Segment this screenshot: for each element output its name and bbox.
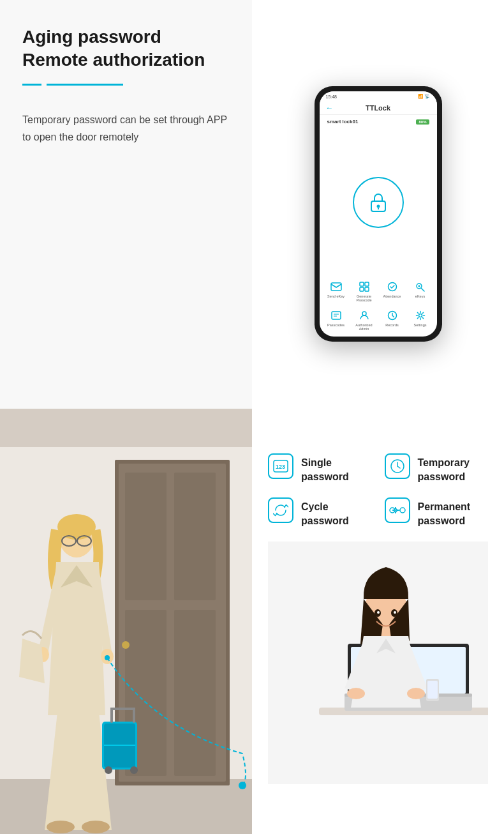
svg-rect-23: [125, 473, 167, 600]
svg-rect-19: [0, 779, 252, 834]
person-scene-svg: [0, 409, 252, 834]
password-type-permanent: Permanent password: [385, 497, 489, 529]
divider-short: [22, 84, 41, 86]
svg-point-1: [376, 204, 380, 208]
icon-authorized-admin[interactable]: Authorized Admin: [352, 309, 377, 331]
svg-rect-57: [427, 681, 438, 699]
temporary-password-icon: [385, 453, 410, 479]
generate-passcode-icon: [358, 280, 371, 293]
icon-ekeys[interactable]: eKeys: [408, 280, 433, 303]
icon-generate-passcode[interactable]: Generate Passcode: [352, 280, 377, 303]
phone-screen: 15:48 📶 📡 ← TTLock smart lock01 80%: [320, 91, 437, 337]
svg-rect-5: [365, 282, 369, 286]
cycle-password-icon: [268, 497, 293, 523]
send-ekey-icon: [330, 280, 343, 293]
svg-point-33: [82, 821, 110, 833]
svg-rect-11: [332, 312, 341, 319]
woman-laptop-svg: [268, 542, 488, 784]
svg-rect-6: [360, 287, 364, 291]
lock-svg: [367, 191, 390, 214]
page-title: Aging password Remote authorization: [22, 26, 230, 72]
icon-passcodes[interactable]: Passcodes: [323, 309, 349, 331]
settings-label: Settings: [414, 323, 427, 328]
password-type-cycle: Cycle password: [268, 497, 372, 529]
records-icon: [386, 309, 399, 322]
svg-rect-24: [174, 473, 216, 600]
phone-mockup: 15:48 📶 📡 ← TTLock smart lock01 80%: [315, 86, 442, 342]
svg-point-36: [105, 766, 112, 774]
password-type-single: 123 Single password: [268, 453, 372, 485]
svg-point-43: [239, 782, 246, 789]
password-type-temporary: Temporary password: [385, 453, 489, 485]
title-divider: [22, 84, 230, 86]
single-password-label: Single password: [301, 453, 372, 485]
icon-attendance[interactable]: Attendance: [380, 280, 405, 303]
svg-point-55: [407, 688, 425, 699]
svg-point-54: [347, 688, 365, 699]
device-name-label: smart lock01: [327, 119, 359, 125]
back-arrow[interactable]: ←: [326, 103, 334, 112]
woman-laptop-area: [268, 542, 488, 815]
right-features-area: 123 Single password Temporary password: [252, 409, 504, 834]
svg-rect-7: [365, 287, 369, 291]
cycle-password-label: Cycle password: [301, 497, 372, 529]
passcodes-label: Passcodes: [327, 323, 345, 328]
svg-point-16: [419, 314, 422, 317]
lock-circle-icon: [353, 177, 404, 228]
settings-icon: [414, 309, 427, 322]
svg-point-37: [130, 766, 138, 774]
status-icons: 📶 📡: [418, 94, 431, 99]
passcodes-icon: [330, 309, 343, 322]
phone-status-bar: 15:48 📶 📡: [320, 91, 437, 102]
device-name-bar: smart lock01 80%: [320, 115, 437, 128]
description-text: Temporary password can be set through AP…: [22, 111, 230, 146]
svg-point-32: [47, 821, 75, 833]
permanent-password-icon: [385, 497, 410, 523]
left-panel: Aging password Remote authorization Temp…: [0, 0, 252, 409]
attendance-icon: [386, 280, 399, 293]
generate-passcode-label: Generate Passcode: [352, 294, 377, 303]
phone-header: ← TTLock: [320, 102, 437, 115]
page-wrapper: Aging password Remote authorization Temp…: [0, 0, 504, 834]
right-panel: 15:48 📶 📡 ← TTLock smart lock01 80%: [252, 0, 504, 409]
ekeys-label: eKeys: [415, 294, 425, 299]
temporary-password-label: Temporary password: [418, 453, 489, 485]
top-section: Aging password Remote authorization Temp…: [0, 0, 504, 409]
password-types-grid: 123 Single password Temporary password: [268, 453, 488, 529]
svg-rect-3: [331, 283, 341, 291]
authorized-admin-icon: [358, 309, 371, 322]
icon-settings[interactable]: Settings: [408, 309, 433, 331]
records-label: Records: [385, 323, 398, 328]
svg-rect-4: [360, 282, 364, 286]
svg-text:123: 123: [276, 464, 285, 470]
svg-point-27: [122, 641, 130, 649]
svg-point-10: [418, 285, 420, 287]
ekeys-icon: [414, 280, 427, 293]
svg-point-60: [377, 611, 380, 614]
app-icons-row1: Send eKey Generate Passcode: [320, 277, 437, 307]
attendance-label: Attendance: [383, 294, 401, 299]
svg-point-29: [57, 514, 96, 540]
svg-rect-18: [0, 409, 252, 447]
app-icons-row2: Passcodes Authorized Admin: [320, 307, 437, 337]
svg-point-14: [362, 312, 366, 315]
icon-records[interactable]: Records: [380, 309, 405, 331]
send-ekey-label: Send eKey: [327, 294, 345, 299]
status-time: 15:48: [326, 95, 337, 99]
permanent-password-label: Permanent password: [418, 497, 489, 529]
single-password-icon: 123: [268, 453, 293, 479]
battery-label: 80%: [416, 119, 429, 125]
authorized-admin-label: Authorized Admin: [352, 323, 377, 331]
svg-rect-26: [174, 610, 216, 776]
person-image-area: [0, 409, 252, 834]
app-title: TTLock: [366, 104, 390, 112]
svg-point-61: [394, 611, 396, 614]
lock-display-area: [320, 128, 437, 277]
divider-long: [47, 84, 123, 86]
middle-section: 123 Single password Temporary password: [0, 409, 504, 834]
icon-send-ekey[interactable]: Send eKey: [323, 280, 349, 303]
svg-point-42: [105, 655, 110, 660]
